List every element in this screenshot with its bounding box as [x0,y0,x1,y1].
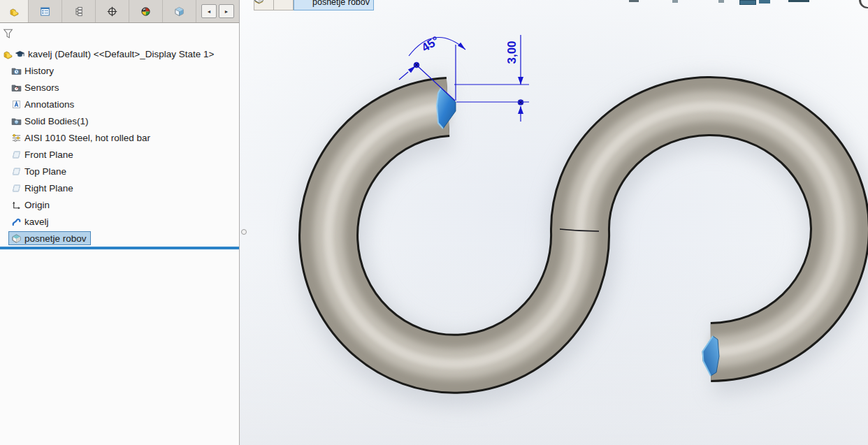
tab-configurationmanager[interactable] [62,0,96,22]
chamfer-depth-dimension[interactable]: 3,00 [454,35,529,122]
tree-item-label: AISI 1010 Steel, hot rolled bar [24,133,150,143]
property-manager-icon [39,6,51,17]
tree-item-label: Annotations [24,99,74,110]
filter-funnel-icon[interactable] [2,29,14,40]
tree-root-part-content[interactable]: kavelj (Default) <<Default>_Display Stat… [1,48,217,60]
feature-tree: kavelj (Default) <<Default>_Display Stat… [0,45,239,247]
tree-item-history[interactable]: History [0,62,239,79]
breadcrumb-body[interactable] [274,0,294,10]
tree-item-material[interactable]: AISI 1010 Steel, hot rolled bar [0,129,239,146]
chamfer-depth-dimension-text[interactable]: 3,00 [505,41,519,64]
tree-item-top-plane[interactable]: Top Plane [0,163,239,180]
tree-item-right-plane[interactable]: Right Plane [0,180,239,196]
tree-item-sensors[interactable]: Sensors [0,79,239,96]
tree-item-label: Front Plane [24,149,73,160]
breadcrumb: posnetje robov [254,0,374,10]
tree-item-kavelj-content[interactable]: kavelj [9,215,52,228]
tree-item-right-plane-content[interactable]: Right Plane [9,182,77,194]
tab-appearances[interactable] [163,0,196,22]
dimxpert-icon [106,6,118,17]
model-view[interactable]: 45° 3,00 [240,0,868,445]
panel-splitter-handle[interactable] [241,229,247,235]
toolbar-fragment-icon [629,0,639,2]
tab-propertymanager[interactable] [29,0,62,22]
tree-item-history-content[interactable]: History [9,64,57,77]
tree-item-sensors-content[interactable]: Sensors [9,81,63,94]
tree-item-top-plane-content[interactable]: Top Plane [9,165,70,177]
plane-icon [10,166,22,177]
tab-scroll-arrows: ◄► [196,0,239,22]
solidworks-window: 45° 3,00 posnetje robov [0,0,868,445]
tree-item-origin[interactable]: Origin [0,196,239,213]
tree-item-solid-bodies-content[interactable]: Solid Bodies(1) [9,115,92,127]
toolbar-fragment-icon [759,0,770,3]
plane-icon [10,182,22,194]
sensors-folder-icon [10,82,22,93]
graduation-cap-icon [14,48,26,59]
appearances-cube-icon [173,6,185,17]
graphics-area[interactable]: 45° 3,00 posnetje robov [240,0,868,445]
tree-item-annotations[interactable]: Annotations [0,96,239,112]
tree-filter-row [0,23,239,45]
material-icon [10,132,22,143]
toolbar-fragment-icon [788,0,809,2]
tree-item-label: Solid Bodies(1) [24,116,89,126]
tree-item-posnetje-robov-content[interactable]: posnetje robov [9,232,90,245]
tab-dimxpertmanager[interactable] [96,0,129,22]
toolbar-fragment-icon [739,0,756,5]
chamfer-icon [10,233,22,244]
tree-item-label: kavelj [24,217,49,227]
tree-item-label: Top Plane [24,166,66,177]
tree-item-label: History [24,66,54,76]
tree-item-origin-content[interactable]: Origin [9,198,53,211]
chamfer-icon [298,0,310,8]
origin-icon [10,199,22,210]
breadcrumb-feature[interactable]: posnetje robov [294,0,374,10]
chamfer-face-top[interactable] [437,88,456,129]
solid-bodies-folder-icon [10,115,22,126]
sweep-icon [10,216,22,227]
plane-icon [10,149,22,160]
angle-dimension-text[interactable]: 45° [419,34,442,54]
configuration-manager-icon [73,6,85,17]
tree-item-label: Right Plane [24,183,73,194]
toolbar-fragment-icon [718,0,724,3]
feature-blue-icon [277,0,289,8]
tab-scroll-right-button[interactable]: ► [219,4,234,18]
tree-item-solid-bodies[interactable]: Solid Bodies(1) [0,112,239,129]
tree-item-front-plane[interactable]: Front Plane [0,146,239,163]
tree-item-material-content[interactable]: AISI 1010 Steel, hot rolled bar [9,131,154,144]
tree-item-front-plane-content[interactable]: Front Plane [9,148,77,161]
display-manager-icon [140,6,152,17]
chamfer-face-bottom[interactable] [702,336,719,376]
tree-item-label: kavelj (Default) <<Default>_Display Stat… [28,49,214,59]
tree-item-label: Sensors [24,82,59,93]
breadcrumb-label: posnetje robov [312,0,370,7]
history-folder-icon [10,65,22,76]
tree-item-label: Origin [24,200,50,210]
part-icon [8,6,20,17]
tree-item-posnetje-robov[interactable]: posnetje robov [0,230,239,247]
tab-displaymanager[interactable] [129,0,163,22]
featuremanager-panel: ◄► kavelj (Default) <<Default>_Display S… [0,0,240,445]
annotations-icon [10,99,22,110]
tab-scroll-left-button[interactable]: ◄ [201,4,217,18]
tree-item-kavelj[interactable]: kavelj [0,213,239,230]
panel-tab-bar: ◄► [0,0,239,23]
part-icon [2,48,14,59]
tree-item-label: posnetje robov [24,233,87,244]
rollback-bar[interactable] [0,247,239,249]
tree-item-annotations-content[interactable]: Annotations [9,98,78,110]
toolbar-fragment-icon [672,0,678,3]
tree-root-part[interactable]: kavelj (Default) <<Default>_Display Stat… [0,45,239,62]
tab-featuremanager[interactable] [0,0,29,22]
